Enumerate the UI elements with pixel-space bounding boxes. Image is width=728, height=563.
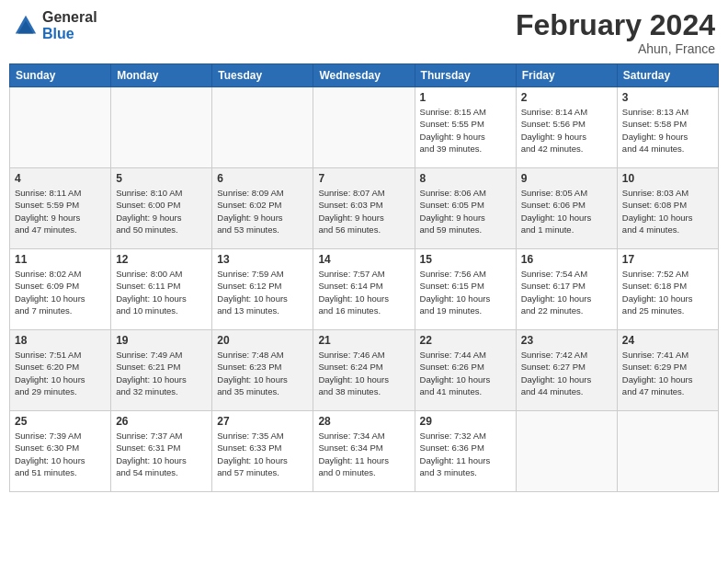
calendar-week-row: 18Sunrise: 7:51 AM Sunset: 6:20 PM Dayli… xyxy=(10,330,719,411)
calendar-cell: 15Sunrise: 7:56 AM Sunset: 6:15 PM Dayli… xyxy=(415,249,516,330)
day-info: Sunrise: 8:00 AM Sunset: 6:11 PM Dayligh… xyxy=(116,268,207,316)
calendar-cell xyxy=(617,411,718,492)
day-info: Sunrise: 8:13 AM Sunset: 5:58 PM Dayligh… xyxy=(622,106,713,155)
calendar-cell: 5Sunrise: 8:10 AM Sunset: 6:00 PM Daylig… xyxy=(111,168,212,249)
day-number: 4 xyxy=(15,172,106,185)
day-info: Sunrise: 7:49 AM Sunset: 6:21 PM Dayligh… xyxy=(116,349,207,397)
day-number: 15 xyxy=(420,253,511,266)
calendar-cell xyxy=(212,87,313,168)
logo: General Blue xyxy=(13,9,97,41)
day-number: 20 xyxy=(217,334,308,347)
calendar-cell: 16Sunrise: 7:54 AM Sunset: 6:17 PM Dayli… xyxy=(516,249,617,330)
calendar-cell: 10Sunrise: 8:03 AM Sunset: 6:08 PM Dayli… xyxy=(617,168,718,249)
calendar-cell: 17Sunrise: 7:52 AM Sunset: 6:18 PM Dayli… xyxy=(617,249,718,330)
calendar-cell: 28Sunrise: 7:34 AM Sunset: 6:34 PM Dayli… xyxy=(313,411,415,492)
day-info: Sunrise: 7:44 AM Sunset: 6:26 PM Dayligh… xyxy=(420,349,511,397)
calendar-cell: 20Sunrise: 7:48 AM Sunset: 6:23 PM Dayli… xyxy=(212,330,313,411)
day-number: 21 xyxy=(318,334,409,347)
day-info: Sunrise: 7:54 AM Sunset: 6:17 PM Dayligh… xyxy=(521,268,612,316)
calendar-cell: 18Sunrise: 7:51 AM Sunset: 6:20 PM Dayli… xyxy=(10,330,111,411)
day-info: Sunrise: 8:06 AM Sunset: 6:05 PM Dayligh… xyxy=(420,187,511,236)
day-number: 9 xyxy=(521,172,612,185)
day-info: Sunrise: 7:52 AM Sunset: 6:18 PM Dayligh… xyxy=(622,268,713,316)
day-info: Sunrise: 7:51 AM Sunset: 6:20 PM Dayligh… xyxy=(15,349,106,397)
day-info: Sunrise: 7:42 AM Sunset: 6:27 PM Dayligh… xyxy=(521,349,612,397)
day-info: Sunrise: 7:57 AM Sunset: 6:14 PM Dayligh… xyxy=(318,268,409,316)
day-number: 14 xyxy=(318,253,409,266)
day-number: 27 xyxy=(217,415,308,428)
calendar-header-friday: Friday xyxy=(516,64,617,87)
calendar-header-row: SundayMondayTuesdayWednesdayThursdayFrid… xyxy=(10,64,719,87)
calendar-cell: 2Sunrise: 8:14 AM Sunset: 5:56 PM Daylig… xyxy=(516,87,617,168)
day-info: Sunrise: 7:32 AM Sunset: 6:36 PM Dayligh… xyxy=(420,430,511,478)
calendar-cell: 25Sunrise: 7:39 AM Sunset: 6:30 PM Dayli… xyxy=(10,411,111,492)
logo-general-label: General xyxy=(42,9,97,26)
day-info: Sunrise: 7:34 AM Sunset: 6:34 PM Dayligh… xyxy=(318,430,409,478)
calendar-cell: 11Sunrise: 8:02 AM Sunset: 6:09 PM Dayli… xyxy=(10,249,111,330)
day-number: 8 xyxy=(420,172,511,185)
calendar-header-sunday: Sunday xyxy=(10,64,111,87)
day-number: 2 xyxy=(521,91,612,104)
calendar-cell: 26Sunrise: 7:37 AM Sunset: 6:31 PM Dayli… xyxy=(111,411,212,492)
day-info: Sunrise: 7:46 AM Sunset: 6:24 PM Dayligh… xyxy=(318,349,409,397)
calendar-cell: 23Sunrise: 7:42 AM Sunset: 6:27 PM Dayli… xyxy=(516,330,617,411)
day-info: Sunrise: 8:07 AM Sunset: 6:03 PM Dayligh… xyxy=(318,187,409,236)
title-block: February 2024 Ahun, France xyxy=(516,9,715,56)
calendar-week-row: 25Sunrise: 7:39 AM Sunset: 6:30 PM Dayli… xyxy=(10,411,719,492)
day-number: 16 xyxy=(521,253,612,266)
day-number: 1 xyxy=(420,91,511,104)
day-info: Sunrise: 8:02 AM Sunset: 6:09 PM Dayligh… xyxy=(15,268,106,316)
calendar-cell: 21Sunrise: 7:46 AM Sunset: 6:24 PM Dayli… xyxy=(313,330,415,411)
day-number: 25 xyxy=(15,415,106,428)
day-number: 22 xyxy=(420,334,511,347)
day-number: 23 xyxy=(521,334,612,347)
logo-blue-label: Blue xyxy=(42,26,97,42)
day-number: 29 xyxy=(420,415,511,428)
day-info: Sunrise: 8:05 AM Sunset: 6:06 PM Dayligh… xyxy=(521,187,612,236)
logo-icon xyxy=(13,13,39,39)
day-info: Sunrise: 8:15 AM Sunset: 5:55 PM Dayligh… xyxy=(420,106,511,155)
day-info: Sunrise: 7:56 AM Sunset: 6:15 PM Dayligh… xyxy=(420,268,511,316)
day-number: 6 xyxy=(217,172,308,185)
calendar-cell: 24Sunrise: 7:41 AM Sunset: 6:29 PM Dayli… xyxy=(617,330,718,411)
day-number: 12 xyxy=(116,253,207,266)
calendar-cell: 29Sunrise: 7:32 AM Sunset: 6:36 PM Dayli… xyxy=(415,411,516,492)
day-info: Sunrise: 7:39 AM Sunset: 6:30 PM Dayligh… xyxy=(15,430,106,478)
logo-text: General Blue xyxy=(42,9,97,41)
calendar-header-monday: Monday xyxy=(111,64,212,87)
day-info: Sunrise: 8:03 AM Sunset: 6:08 PM Dayligh… xyxy=(622,187,713,236)
calendar-cell: 3Sunrise: 8:13 AM Sunset: 5:58 PM Daylig… xyxy=(617,87,718,168)
day-info: Sunrise: 8:09 AM Sunset: 6:02 PM Dayligh… xyxy=(217,187,308,236)
calendar-cell: 8Sunrise: 8:06 AM Sunset: 6:05 PM Daylig… xyxy=(415,168,516,249)
calendar-header-saturday: Saturday xyxy=(617,64,718,87)
calendar-header-tuesday: Tuesday xyxy=(212,64,313,87)
calendar-cell: 4Sunrise: 8:11 AM Sunset: 5:59 PM Daylig… xyxy=(10,168,111,249)
day-info: Sunrise: 7:48 AM Sunset: 6:23 PM Dayligh… xyxy=(217,349,308,397)
calendar-header-wednesday: Wednesday xyxy=(313,64,415,87)
calendar-header-thursday: Thursday xyxy=(415,64,516,87)
day-number: 5 xyxy=(116,172,207,185)
calendar-cell: 1Sunrise: 8:15 AM Sunset: 5:55 PM Daylig… xyxy=(415,87,516,168)
day-info: Sunrise: 7:41 AM Sunset: 6:29 PM Dayligh… xyxy=(622,349,713,397)
day-info: Sunrise: 7:59 AM Sunset: 6:12 PM Dayligh… xyxy=(217,268,308,316)
day-info: Sunrise: 7:35 AM Sunset: 6:33 PM Dayligh… xyxy=(217,430,308,478)
month-year-title: February 2024 xyxy=(516,9,715,41)
calendar-cell xyxy=(10,87,111,168)
page-header: General Blue February 2024 Ahun, France xyxy=(9,9,719,56)
calendar-cell: 9Sunrise: 8:05 AM Sunset: 6:06 PM Daylig… xyxy=(516,168,617,249)
calendar-cell: 7Sunrise: 8:07 AM Sunset: 6:03 PM Daylig… xyxy=(313,168,415,249)
day-number: 18 xyxy=(15,334,106,347)
calendar-week-row: 4Sunrise: 8:11 AM Sunset: 5:59 PM Daylig… xyxy=(10,168,719,249)
day-info: Sunrise: 8:10 AM Sunset: 6:00 PM Dayligh… xyxy=(116,187,207,236)
calendar-cell: 22Sunrise: 7:44 AM Sunset: 6:26 PM Dayli… xyxy=(415,330,516,411)
day-number: 28 xyxy=(318,415,409,428)
calendar-week-row: 11Sunrise: 8:02 AM Sunset: 6:09 PM Dayli… xyxy=(10,249,719,330)
calendar-cell: 14Sunrise: 7:57 AM Sunset: 6:14 PM Dayli… xyxy=(313,249,415,330)
calendar-cell: 6Sunrise: 8:09 AM Sunset: 6:02 PM Daylig… xyxy=(212,168,313,249)
day-info: Sunrise: 8:11 AM Sunset: 5:59 PM Dayligh… xyxy=(15,187,106,236)
day-number: 24 xyxy=(622,334,713,347)
day-number: 13 xyxy=(217,253,308,266)
calendar-cell xyxy=(516,411,617,492)
calendar-cell: 12Sunrise: 8:00 AM Sunset: 6:11 PM Dayli… xyxy=(111,249,212,330)
day-info: Sunrise: 7:37 AM Sunset: 6:31 PM Dayligh… xyxy=(116,430,207,478)
